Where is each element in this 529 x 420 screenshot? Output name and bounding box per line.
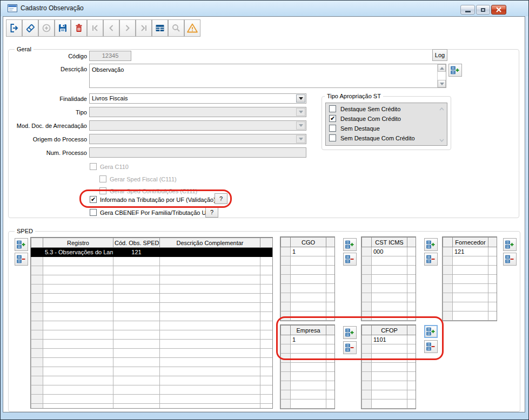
titlebar[interactable]: Cadastro Observação xyxy=(1,1,528,16)
cfop-column-header[interactable]: CFOP xyxy=(372,326,407,335)
selected-table-row[interactable]: 5.3 - Observações do Lan 121 xyxy=(31,248,273,257)
checkbox-destaque-sem-credito[interactable] xyxy=(329,105,336,112)
empresa-value-cell[interactable]: 1 xyxy=(291,335,326,344)
delete-button[interactable] xyxy=(71,19,87,37)
table-row[interactable]: 1101 xyxy=(362,335,417,344)
table-row[interactable] xyxy=(281,354,336,363)
fornecedor-value-cell[interactable]: 121 xyxy=(453,247,488,256)
cst-icms-remove-button[interactable] xyxy=(424,253,438,266)
grid-view-button[interactable] xyxy=(152,19,168,37)
scroll-down-button[interactable] xyxy=(438,80,446,87)
table-row[interactable] xyxy=(31,275,273,284)
table-row[interactable] xyxy=(281,399,336,409)
table-row[interactable]: 121 xyxy=(443,247,498,256)
empresa-column-header[interactable]: Empresa xyxy=(291,326,326,335)
save-button[interactable] xyxy=(55,19,71,37)
table-row[interactable] xyxy=(443,266,498,275)
descricao-scrollbar[interactable] xyxy=(437,64,446,87)
finalidade-select[interactable]: Livros Fiscais xyxy=(89,93,306,104)
table-row[interactable] xyxy=(443,256,498,266)
checkbox-informado-tributacao-uf[interactable]: ✔ xyxy=(90,196,97,203)
registro-column-header[interactable]: Registro xyxy=(43,238,113,248)
table-row[interactable] xyxy=(443,302,498,311)
empresa-remove-button[interactable] xyxy=(343,341,357,354)
table-row[interactable] xyxy=(31,294,273,303)
table-row[interactable] xyxy=(443,284,498,293)
checkbox-destaque-com-credito[interactable]: ✔ xyxy=(329,115,336,122)
scroll-up-button[interactable] xyxy=(438,64,446,72)
table-row[interactable] xyxy=(281,344,336,354)
scroll-up-chevron-icon[interactable] xyxy=(439,105,444,112)
finalidade-dropdown-button[interactable] xyxy=(296,94,305,103)
table-row[interactable] xyxy=(31,367,273,376)
sped-remove-row-button[interactable] xyxy=(15,253,28,266)
empresa-add-button[interactable] xyxy=(343,326,357,339)
table-row[interactable] xyxy=(31,349,273,358)
fornecedor-column-header[interactable]: Fornecedor xyxy=(453,238,488,247)
cfop-value-cell[interactable]: 1101 xyxy=(372,335,407,344)
table-row[interactable] xyxy=(31,312,273,321)
table-row[interactable] xyxy=(362,256,417,266)
table-row[interactable] xyxy=(31,404,273,409)
sped-add-row-button[interactable] xyxy=(15,238,28,251)
informado-help-button[interactable]: ? xyxy=(215,193,227,204)
table-row[interactable] xyxy=(362,354,417,363)
table-row[interactable] xyxy=(362,363,417,372)
table-row[interactable] xyxy=(31,257,273,266)
table-row[interactable] xyxy=(443,321,498,322)
table-row[interactable] xyxy=(281,284,336,293)
table-row[interactable]: 1 xyxy=(281,335,336,344)
table-row[interactable] xyxy=(362,275,417,284)
checkbox-sem-destaque-com-credito[interactable] xyxy=(329,134,336,141)
fornecedor-add-button[interactable] xyxy=(503,238,517,251)
table-row[interactable] xyxy=(31,266,273,275)
registro-cell[interactable]: 5.3 - Observações do Lan xyxy=(43,248,113,257)
table-row[interactable] xyxy=(31,303,273,312)
table-row[interactable] xyxy=(31,340,273,349)
table-row[interactable] xyxy=(31,385,273,395)
cst-icms-add-button[interactable] xyxy=(424,238,438,251)
restore-button[interactable] xyxy=(476,5,490,15)
descricao-add-button[interactable] xyxy=(448,64,462,77)
descricao-complementar-column-header[interactable]: Descrição Complementar xyxy=(160,238,260,248)
table-row[interactable] xyxy=(281,321,336,322)
cgo-table[interactable]: CGO 1 xyxy=(280,236,335,321)
table-row[interactable] xyxy=(281,409,336,410)
table-row[interactable] xyxy=(31,284,273,294)
table-row[interactable] xyxy=(362,372,417,381)
table-row[interactable] xyxy=(31,330,273,340)
log-button[interactable]: Log xyxy=(432,49,447,61)
table-row[interactable] xyxy=(443,275,498,284)
table-row[interactable] xyxy=(281,372,336,381)
fornecedor-table[interactable]: Fornecedor 121 xyxy=(442,236,497,321)
table-row[interactable] xyxy=(281,256,336,266)
table-row[interactable] xyxy=(362,302,417,311)
table-row[interactable] xyxy=(362,293,417,302)
table-row[interactable] xyxy=(281,266,336,275)
table-row[interactable] xyxy=(362,266,417,275)
cfop-remove-button[interactable] xyxy=(424,340,438,353)
table-row[interactable] xyxy=(31,321,273,330)
scroll-down-chevron-icon[interactable] xyxy=(439,137,444,143)
cfop-table[interactable]: CFOP 1101 xyxy=(361,324,416,409)
tipo-aprop-listbox[interactable]: Destaque Sem Crédito ✔ Destaque Com Créd… xyxy=(325,103,447,146)
empresa-table[interactable]: Empresa 1 xyxy=(280,324,335,409)
descricao-complementar-cell[interactable] xyxy=(160,248,260,257)
table-row[interactable] xyxy=(281,293,336,302)
warning-button[interactable] xyxy=(184,19,200,37)
table-row[interactable] xyxy=(281,363,336,372)
sped-main-table[interactable]: Registro Cód. Obs. SPED Descrição Comple… xyxy=(30,237,273,409)
table-row[interactable] xyxy=(281,390,336,399)
clear-button[interactable] xyxy=(22,19,38,37)
table-row[interactable] xyxy=(362,284,417,293)
table-row[interactable] xyxy=(362,311,417,321)
close-button[interactable] xyxy=(491,5,506,15)
cod-obs-sped-cell[interactable]: 121 xyxy=(113,248,160,257)
cbenef-help-button[interactable]: ? xyxy=(205,207,218,218)
checkbox-gera-cbenef[interactable] xyxy=(90,209,97,216)
cgo-column-header[interactable]: CGO xyxy=(291,238,326,247)
fornecedor-remove-button[interactable] xyxy=(503,253,517,266)
table-row[interactable] xyxy=(362,381,417,390)
cgo-value-cell[interactable]: 1 xyxy=(291,247,326,256)
minimize-button[interactable] xyxy=(460,5,475,15)
